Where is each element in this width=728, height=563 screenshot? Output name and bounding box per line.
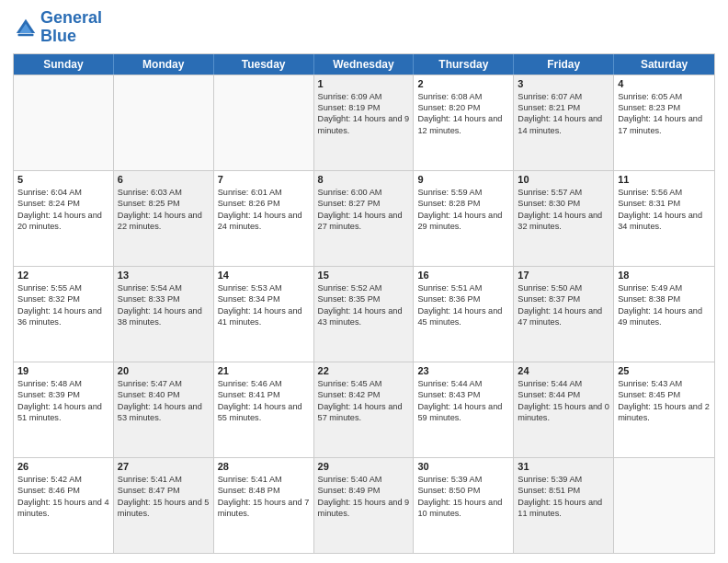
calendar-cell (614, 458, 714, 553)
cell-text: Sunrise: 6:04 AMSunset: 8:24 PMDaylight:… (17, 187, 109, 233)
cell-text: Sunrise: 6:03 AMSunset: 8:25 PMDaylight:… (118, 187, 210, 233)
calendar-cell: 25Sunrise: 5:43 AMSunset: 8:45 PMDayligh… (614, 362, 714, 457)
day-number: 15 (318, 270, 410, 281)
calendar-cell: 7Sunrise: 6:01 AMSunset: 8:26 PMDaylight… (214, 171, 314, 266)
cell-text: Sunrise: 5:43 AMSunset: 8:45 PMDaylight:… (618, 378, 711, 424)
calendar-cell: 23Sunrise: 5:44 AMSunset: 8:43 PMDayligh… (414, 362, 514, 457)
calendar-cell: 12Sunrise: 5:55 AMSunset: 8:32 PMDayligh… (14, 267, 114, 362)
svg-rect-2 (18, 34, 34, 37)
calendar-cell: 4Sunrise: 6:05 AMSunset: 8:23 PMDaylight… (614, 75, 714, 170)
calendar-cell: 8Sunrise: 6:00 AMSunset: 8:27 PMDaylight… (314, 171, 415, 266)
calendar-cell: 20Sunrise: 5:47 AMSunset: 8:40 PMDayligh… (114, 362, 214, 457)
day-number: 16 (417, 270, 509, 281)
cell-text: Sunrise: 5:59 AMSunset: 8:28 PMDaylight:… (417, 187, 509, 233)
calendar-cell: 29Sunrise: 5:40 AMSunset: 8:49 PMDayligh… (314, 458, 415, 553)
calendar-cell (14, 75, 114, 170)
cell-text: Sunrise: 5:44 AMSunset: 8:43 PMDaylight:… (417, 378, 509, 424)
logo-text2: Blue (40, 28, 102, 46)
calendar-cell (114, 75, 214, 170)
header-day-wednesday: Wednesday (314, 54, 415, 75)
cell-text: Sunrise: 6:00 AMSunset: 8:27 PMDaylight:… (318, 187, 410, 233)
calendar-cell: 5Sunrise: 6:04 AMSunset: 8:24 PMDaylight… (14, 171, 114, 266)
day-number: 2 (417, 78, 509, 89)
day-number: 8 (318, 174, 410, 185)
calendar-row-0: 1Sunrise: 6:09 AMSunset: 8:19 PMDaylight… (14, 75, 714, 170)
cell-text: Sunrise: 5:44 AMSunset: 8:44 PMDaylight:… (518, 378, 609, 424)
calendar-cell: 9Sunrise: 5:59 AMSunset: 8:28 PMDaylight… (414, 171, 514, 266)
calendar-cell: 16Sunrise: 5:51 AMSunset: 8:36 PMDayligh… (414, 267, 514, 362)
calendar-cell: 10Sunrise: 5:57 AMSunset: 8:30 PMDayligh… (514, 171, 614, 266)
day-number: 3 (518, 78, 609, 89)
calendar-cell: 18Sunrise: 5:49 AMSunset: 8:38 PMDayligh… (614, 267, 714, 362)
calendar-cell: 15Sunrise: 5:52 AMSunset: 8:35 PMDayligh… (314, 267, 415, 362)
cell-text: Sunrise: 5:41 AMSunset: 8:47 PMDaylight:… (118, 474, 210, 520)
day-number: 31 (518, 461, 609, 472)
day-number: 26 (17, 461, 109, 472)
calendar-cell: 11Sunrise: 5:56 AMSunset: 8:31 PMDayligh… (614, 171, 714, 266)
cell-text: Sunrise: 5:51 AMSunset: 8:36 PMDaylight:… (417, 282, 509, 328)
day-number: 17 (518, 270, 609, 281)
cell-text: Sunrise: 5:53 AMSunset: 8:34 PMDaylight:… (218, 282, 310, 328)
header: General Blue (13, 9, 715, 46)
page: General Blue SundayMondayTuesdayWednesda… (0, 0, 728, 563)
calendar-row-1: 5Sunrise: 6:04 AMSunset: 8:24 PMDaylight… (14, 170, 714, 266)
day-number: 27 (118, 461, 210, 472)
calendar-cell: 21Sunrise: 5:46 AMSunset: 8:41 PMDayligh… (214, 362, 314, 457)
day-number: 14 (218, 270, 310, 281)
day-number: 7 (218, 174, 310, 185)
cell-text: Sunrise: 5:49 AMSunset: 8:38 PMDaylight:… (618, 282, 711, 328)
cell-text: Sunrise: 5:45 AMSunset: 8:42 PMDaylight:… (318, 378, 410, 424)
day-number: 22 (318, 365, 410, 376)
cell-text: Sunrise: 5:52 AMSunset: 8:35 PMDaylight:… (318, 282, 410, 328)
day-number: 9 (417, 174, 509, 185)
day-number: 19 (17, 365, 109, 376)
logo-icon (15, 17, 37, 38)
calendar-cell (214, 75, 314, 170)
logo: General Blue (13, 9, 102, 46)
cell-text: Sunrise: 5:39 AMSunset: 8:51 PMDaylight:… (518, 474, 609, 520)
calendar-header: SundayMondayTuesdayWednesdayThursdayFrid… (14, 54, 714, 75)
header-day-monday: Monday (114, 54, 214, 75)
calendar-row-4: 26Sunrise: 5:42 AMSunset: 8:46 PMDayligh… (14, 457, 714, 553)
calendar-body: 1Sunrise: 6:09 AMSunset: 8:19 PMDaylight… (14, 75, 714, 553)
calendar-row-3: 19Sunrise: 5:48 AMSunset: 8:39 PMDayligh… (14, 362, 714, 457)
day-number: 11 (618, 174, 711, 185)
header-day-friday: Friday (514, 54, 614, 75)
header-day-saturday: Saturday (614, 54, 714, 75)
logo-text: General (40, 9, 102, 28)
day-number: 6 (118, 174, 210, 185)
calendar-cell: 22Sunrise: 5:45 AMSunset: 8:42 PMDayligh… (314, 362, 415, 457)
header-day-tuesday: Tuesday (214, 54, 314, 75)
calendar-cell: 13Sunrise: 5:54 AMSunset: 8:33 PMDayligh… (114, 267, 214, 362)
cell-text: Sunrise: 5:50 AMSunset: 8:37 PMDaylight:… (518, 282, 609, 328)
day-number: 30 (417, 461, 509, 472)
day-number: 23 (417, 365, 509, 376)
calendar-cell: 17Sunrise: 5:50 AMSunset: 8:37 PMDayligh… (514, 267, 614, 362)
calendar-cell: 26Sunrise: 5:42 AMSunset: 8:46 PMDayligh… (14, 458, 114, 553)
calendar-cell: 27Sunrise: 5:41 AMSunset: 8:47 PMDayligh… (114, 458, 214, 553)
calendar-cell: 2Sunrise: 6:08 AMSunset: 8:20 PMDaylight… (414, 75, 514, 170)
day-number: 10 (518, 174, 609, 185)
cell-text: Sunrise: 5:57 AMSunset: 8:30 PMDaylight:… (518, 187, 609, 233)
day-number: 20 (118, 365, 210, 376)
calendar-cell: 3Sunrise: 6:07 AMSunset: 8:21 PMDaylight… (514, 75, 614, 170)
calendar-cell: 6Sunrise: 6:03 AMSunset: 8:25 PMDaylight… (114, 171, 214, 266)
cell-text: Sunrise: 5:56 AMSunset: 8:31 PMDaylight:… (618, 187, 711, 233)
calendar-cell: 28Sunrise: 5:41 AMSunset: 8:48 PMDayligh… (214, 458, 314, 553)
cell-text: Sunrise: 6:05 AMSunset: 8:23 PMDaylight:… (618, 91, 711, 137)
day-number: 13 (118, 270, 210, 281)
calendar-row-2: 12Sunrise: 5:55 AMSunset: 8:32 PMDayligh… (14, 266, 714, 362)
cell-text: Sunrise: 5:55 AMSunset: 8:32 PMDaylight:… (17, 282, 109, 328)
cell-text: Sunrise: 5:54 AMSunset: 8:33 PMDaylight:… (118, 282, 210, 328)
cell-text: Sunrise: 6:07 AMSunset: 8:21 PMDaylight:… (518, 91, 609, 137)
calendar-cell: 14Sunrise: 5:53 AMSunset: 8:34 PMDayligh… (214, 267, 314, 362)
day-number: 21 (218, 365, 310, 376)
header-day-thursday: Thursday (414, 54, 514, 75)
day-number: 5 (17, 174, 109, 185)
day-number: 24 (518, 365, 609, 376)
day-number: 28 (218, 461, 310, 472)
day-number: 1 (318, 78, 410, 89)
cell-text: Sunrise: 6:08 AMSunset: 8:20 PMDaylight:… (417, 91, 509, 137)
cell-text: Sunrise: 5:48 AMSunset: 8:39 PMDaylight:… (17, 378, 109, 424)
cell-text: Sunrise: 5:46 AMSunset: 8:41 PMDaylight:… (218, 378, 310, 424)
